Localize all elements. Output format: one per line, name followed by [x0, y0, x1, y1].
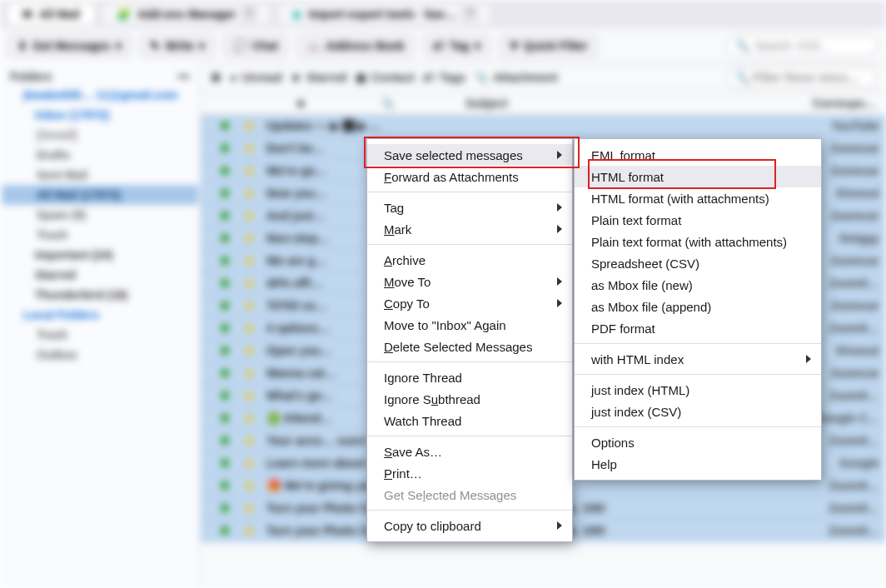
- sidebar-inbox[interactable]: Inbox (17972): [2, 105, 198, 125]
- chevron-right-icon: [804, 355, 813, 363]
- filter-contact[interactable]: ▣ Contact: [356, 71, 415, 84]
- submenu-plain-text-attachments[interactable]: Plain text format (with attachments): [575, 231, 821, 252]
- write-button[interactable]: ✎ Write ▾: [141, 35, 214, 57]
- submenu-mbox-new[interactable]: as Mbox file (new): [575, 274, 821, 296]
- folders-label: Folders: [10, 70, 52, 83]
- menu-copy-clipboard[interactable]: Copy to clipboard: [367, 515, 572, 536]
- submenu-just-index-csv[interactable]: just index (CSV): [575, 401, 821, 422]
- close-icon[interactable]: ×: [463, 7, 476, 21]
- chevron-down-icon: ▾: [475, 39, 480, 52]
- label: Chat: [252, 39, 278, 52]
- table-row[interactable]: ★Updates — ▶ 🅾 ▶ ...YouTube: [201, 115, 886, 137]
- close-icon[interactable]: ×: [242, 7, 256, 21]
- tab-label: All Mail: [39, 7, 80, 21]
- tag-icon: 🏷: [433, 39, 445, 52]
- options-icon[interactable]: •••: [177, 70, 190, 83]
- menu-delete-selected[interactable]: Delete Selected Messages: [367, 336, 572, 357]
- tag-button[interactable]: 🏷 Tag ▾: [424, 35, 490, 57]
- menu-ignore-thread[interactable]: Ignore Thread: [367, 366, 572, 388]
- tab-import-export[interactable]: ◆ Import export tools · Sav… ×: [276, 2, 492, 26]
- chevron-down-icon: ▾: [199, 39, 205, 52]
- col-subject[interactable]: Subject: [465, 97, 508, 110]
- folder-pane: Folders ••• jkwake009… 11@gmail.com Inbo…: [0, 63, 201, 588]
- submenu-html[interactable]: HTML format: [575, 166, 821, 187]
- submenu-mbox-append[interactable]: as Mbox file (append): [575, 296, 821, 317]
- menu-copy-to[interactable]: Copy To: [367, 292, 572, 314]
- tab-all-mail[interactable]: ✉ All Mail: [7, 2, 96, 26]
- sidebar-all-mail[interactable]: All Mail (17972): [2, 185, 198, 205]
- filter-input[interactable]: 🔍 Filter these mess…: [728, 67, 876, 87]
- menu-save-selected[interactable]: Save selected messages: [367, 144, 572, 166]
- sidebar-spam[interactable]: Spam (9): [2, 205, 198, 225]
- puzzle-icon: 🧩: [117, 7, 131, 21]
- chat-button[interactable]: 💬 Chat: [224, 35, 287, 57]
- book-icon: 📖: [306, 39, 321, 52]
- sidebar-important[interactable]: Important (24): [2, 245, 198, 265]
- menu-forward-attachments[interactable]: Forward as Attachments: [367, 166, 572, 187]
- envelope-icon: ✉: [22, 7, 32, 21]
- get-messages-button[interactable]: ⬇ Get Messages ▾: [8, 35, 131, 57]
- filter-attachment[interactable]: 📎 Attachment: [475, 71, 558, 84]
- search-icon: 🔍: [735, 39, 749, 52]
- submenu-eml[interactable]: EML format: [575, 144, 821, 166]
- sidebar-account[interactable]: jkwake009… 11@gmail.com: [2, 85, 198, 105]
- menu-mark[interactable]: Mark: [367, 218, 572, 240]
- filter-bar: ⚙ ● Unread ★ Starred ▣ Contact 🏷 Tags 📎 …: [201, 63, 886, 92]
- save-format-submenu: EML format HTML format HTML format (with…: [574, 138, 822, 481]
- sidebar-gmail[interactable]: [Gmail]: [2, 125, 198, 145]
- sidebar-drafts[interactable]: Drafts: [2, 145, 198, 165]
- menu-get-selected: Get Selected Messages: [367, 484, 572, 506]
- filter-unread[interactable]: ● Unread: [230, 71, 282, 84]
- submenu-csv[interactable]: Spreadsheet (CSV): [575, 252, 821, 274]
- chevron-right-icon: [555, 225, 564, 233]
- chevron-right-icon: [555, 151, 564, 159]
- tab-bar: ✉ All Mail 🧩 Add-ons Manager × ◆ Import …: [0, 0, 886, 28]
- menu-save-as[interactable]: Save As…: [367, 441, 572, 462]
- submenu-pdf[interactable]: PDF format: [575, 317, 821, 339]
- filter-starred[interactable]: ★ Starred: [291, 71, 347, 84]
- menu-tag[interactable]: Tag: [367, 197, 572, 218]
- main-toolbar: ⬇ Get Messages ▾ ✎ Write ▾ 💬 Chat 📖 Addr…: [0, 28, 886, 64]
- address-book-button[interactable]: 📖 Address Book: [297, 35, 414, 57]
- menu-move-inbox-again[interactable]: Move to "Inbox" Again: [367, 314, 572, 336]
- sidebar-trash[interactable]: Trash: [2, 225, 198, 245]
- sidebar-local-folders[interactable]: Local Folders: [2, 305, 198, 325]
- filter-icon[interactable]: ⚙: [211, 71, 222, 84]
- pencil-icon: ✎: [150, 39, 160, 52]
- menu-archive[interactable]: Archive: [367, 249, 572, 271]
- col-category[interactable]: Correspo…: [813, 97, 876, 110]
- label: Address Book: [326, 39, 405, 52]
- submenu-plain-text[interactable]: Plain text format: [575, 209, 821, 231]
- menu-move-to[interactable]: Move To: [367, 271, 572, 292]
- diamond-icon: ◆: [292, 7, 301, 21]
- menu-watch-thread[interactable]: Watch Thread: [367, 410, 572, 431]
- chevron-right-icon: [555, 521, 564, 530]
- tab-addons[interactable]: 🧩 Add-ons Manager ×: [101, 2, 271, 26]
- submenu-just-index-html[interactable]: just index (HTML): [575, 379, 821, 401]
- sidebar-local-trash[interactable]: Trash: [2, 325, 198, 345]
- placeholder: Search <Ctrl…: [754, 39, 831, 52]
- sidebar-starred[interactable]: Starred: [2, 265, 198, 285]
- submenu-help[interactable]: Help: [575, 453, 821, 475]
- submenu-html-attachments[interactable]: HTML format (with attachments): [575, 187, 821, 209]
- filter-tags[interactable]: 🏷 Tags: [423, 71, 466, 84]
- sidebar-sent[interactable]: Sent Mail: [2, 165, 198, 185]
- tab-label: Add-ons Manager: [137, 7, 236, 21]
- menu-print[interactable]: Print…: [367, 462, 572, 484]
- download-icon: ⬇: [17, 39, 27, 52]
- context-menu: Save selected messages Forward as Attach…: [366, 138, 573, 542]
- label: Quick Filter: [524, 39, 588, 52]
- chevron-right-icon: [555, 277, 564, 286]
- search-input[interactable]: 🔍 Search <Ctrl…: [726, 35, 878, 57]
- sidebar-thunderbird[interactable]: Thunderbird (18): [2, 285, 198, 305]
- sidebar-outbox[interactable]: Outbox: [2, 345, 198, 365]
- submenu-options[interactable]: Options: [575, 431, 821, 453]
- submenu-with-html-index[interactable]: with HTML index: [575, 348, 821, 370]
- chevron-right-icon: [555, 299, 564, 307]
- label: Write: [165, 39, 194, 52]
- quick-filter-button[interactable]: ⧩ Quick Filter: [500, 35, 597, 57]
- chevron-down-icon: ▾: [116, 39, 122, 52]
- label: Get Messages: [32, 39, 111, 52]
- menu-ignore-subthread[interactable]: Ignore Subthread: [367, 388, 572, 410]
- funnel-icon: ⧩: [509, 39, 519, 53]
